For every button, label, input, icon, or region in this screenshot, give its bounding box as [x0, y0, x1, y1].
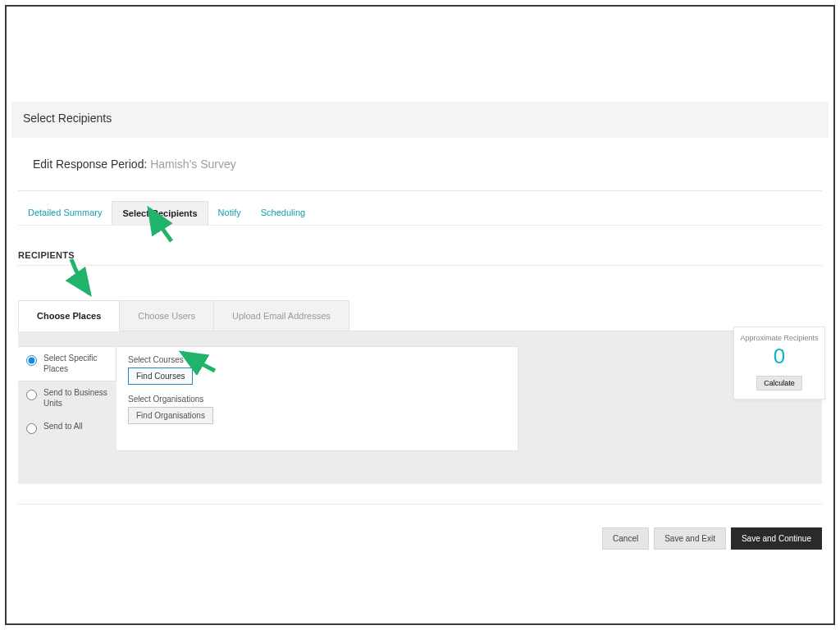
- radio-label-business-units: Send to Business Units: [43, 388, 108, 409]
- subtab-choose-places[interactable]: Choose Places: [18, 300, 120, 331]
- choose-places-panel: Select Specific Places Send to Business …: [18, 331, 822, 484]
- radio-send-to-all[interactable]: Send to All: [18, 415, 116, 441]
- tab-select-recipients[interactable]: Select Recipients: [112, 201, 208, 225]
- subtab-choose-users[interactable]: Choose Users: [120, 300, 214, 331]
- recipient-subtabs: Choose Places Choose Users Upload Email …: [18, 300, 822, 331]
- radio-input-all[interactable]: [26, 423, 37, 434]
- section-title: RECIPIENTS: [18, 250, 822, 266]
- subtab-upload-emails[interactable]: Upload Email Addresses: [214, 300, 349, 331]
- footer-actions: Cancel Save and Exit Save and Continue: [18, 527, 822, 550]
- radio-label-specific: Select Specific Places: [43, 354, 107, 374]
- radio-input-business-units[interactable]: [26, 390, 37, 400]
- save-and-exit-button[interactable]: Save and Exit: [654, 527, 726, 550]
- tab-detailed-summary[interactable]: Detailed Summary: [18, 201, 112, 225]
- survey-name: Hamish's Survey: [150, 158, 236, 171]
- place-controls: Select Courses Find Courses Select Organ…: [116, 346, 518, 451]
- find-courses-button[interactable]: Find Courses: [128, 368, 193, 385]
- save-and-continue-button[interactable]: Save and Continue: [731, 527, 822, 550]
- find-organisations-button[interactable]: Find Organisations: [128, 407, 213, 424]
- radio-label-all: Send to All: [43, 422, 83, 432]
- footer-divider: [18, 504, 822, 504]
- approximate-recipients-box: Approximate Recipients 0 Calculate: [733, 326, 825, 399]
- survey-card: Edit Response Period: Hamish's Survey: [18, 146, 822, 191]
- main-tabs: Detailed Summary Select Recipients Notif…: [18, 201, 822, 226]
- tab-scheduling[interactable]: Scheduling: [251, 201, 315, 225]
- page-header: Select Recipients: [11, 102, 829, 138]
- calculate-button[interactable]: Calculate: [756, 376, 802, 390]
- radio-send-business-units[interactable]: Send to Business Units: [18, 381, 116, 415]
- radio-select-specific-places[interactable]: Select Specific Places: [18, 346, 116, 381]
- select-organisations-label: Select Organisations: [128, 395, 506, 404]
- page-title: Select Recipients: [23, 112, 817, 125]
- tab-notify[interactable]: Notify: [208, 201, 251, 225]
- approx-label: Approximate Recipients: [739, 334, 819, 342]
- card-title-prefix: Edit Response Period:: [33, 158, 150, 171]
- place-scope-radios: Select Specific Places Send to Business …: [18, 346, 116, 451]
- recipients-section: RECIPIENTS Choose Places Choose Users Up…: [18, 250, 822, 484]
- cancel-button[interactable]: Cancel: [602, 527, 649, 550]
- radio-input-specific[interactable]: [26, 355, 37, 366]
- approx-count: 0: [739, 344, 819, 369]
- select-courses-label: Select Courses: [128, 355, 506, 364]
